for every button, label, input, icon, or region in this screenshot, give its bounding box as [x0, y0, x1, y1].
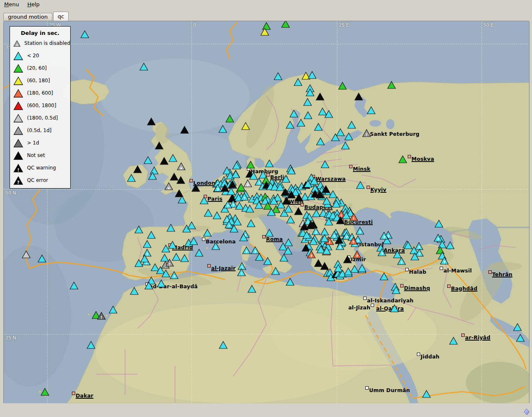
station-marker[interactable]: [247, 220, 255, 227]
station-marker[interactable]: [285, 205, 293, 212]
station-marker[interactable]: [128, 174, 135, 182]
station-marker[interactable]: [188, 222, 196, 229]
station-marker[interactable]: [131, 287, 138, 294]
station-marker[interactable]: [315, 123, 323, 130]
station-marker[interactable]: [81, 31, 89, 38]
station-marker[interactable]: [38, 255, 46, 262]
station-marker[interactable]: [313, 210, 320, 217]
station-marker[interactable]: [144, 157, 152, 164]
station-marker[interactable]: [226, 115, 234, 122]
station-marker[interactable]: [264, 258, 272, 265]
station-marker[interactable]: [316, 93, 324, 100]
station-marker[interactable]: [140, 63, 148, 70]
station-marker[interactable]: [377, 244, 385, 251]
station-marker[interactable]: [446, 242, 454, 249]
station-marker[interactable]: [315, 260, 323, 267]
station-marker[interactable]: [290, 110, 298, 117]
station-marker[interactable]: [248, 285, 256, 292]
station-marker[interactable]: [148, 118, 155, 125]
station-marker[interactable]: [391, 305, 399, 312]
station-marker[interactable]: [423, 390, 431, 397]
station-marker[interactable]: [286, 278, 294, 285]
station-marker[interactable]: [435, 220, 443, 227]
station-marker[interactable]: [204, 229, 212, 236]
tab-ground-motion[interactable]: ground motion: [3, 13, 52, 21]
station-marker[interactable]: [282, 21, 290, 27]
station-marker[interactable]: [367, 107, 375, 114]
station-marker[interactable]: [344, 256, 352, 263]
station-marker[interactable]: [319, 108, 327, 115]
station-marker[interactable]: [388, 81, 396, 88]
station-marker[interactable]: [357, 182, 365, 189]
station-marker[interactable]: [394, 251, 401, 258]
station-marker[interactable]: [286, 121, 294, 128]
station-marker[interactable]: [337, 129, 345, 136]
station-marker[interactable]: [200, 197, 208, 204]
map-canvas[interactable]: 25 W025 E50 E75 N50 N25 N LondonParisHam…: [3, 21, 530, 404]
station-marker[interactable]: [263, 22, 271, 29]
station-marker[interactable]: [155, 142, 163, 149]
station-marker[interactable]: [143, 240, 151, 248]
station-marker[interactable]: [236, 202, 244, 209]
station-marker[interactable]: [355, 93, 363, 100]
station-marker[interactable]: [274, 73, 282, 80]
station-marker[interactable]: [339, 82, 347, 89]
station-marker[interactable]: [297, 119, 305, 126]
station-marker[interactable]: [181, 255, 189, 262]
station-marker[interactable]: [380, 273, 388, 280]
station-marker[interactable]: [150, 167, 158, 174]
station-marker[interactable]: [304, 98, 312, 105]
station-marker[interactable]: [170, 173, 178, 180]
station-marker[interactable]: [148, 231, 155, 238]
station-marker[interactable]: [280, 254, 288, 261]
station-marker[interactable]: [242, 123, 250, 130]
station-marker[interactable]: [160, 157, 168, 164]
station-marker[interactable]: [22, 251, 30, 258]
station-marker[interactable]: [135, 226, 143, 233]
station-marker[interactable]: [247, 161, 255, 168]
station-marker[interactable]: [195, 249, 203, 256]
station-marker[interactable]: [172, 253, 180, 260]
station-marker[interactable]: [266, 229, 273, 236]
station-marker[interactable]: [294, 78, 302, 86]
station-marker[interactable]: [219, 341, 227, 348]
station-marker[interactable]: [342, 142, 350, 149]
station-marker[interactable]: [345, 133, 353, 140]
station-marker[interactable]: [41, 388, 49, 395]
station-marker[interactable]: [351, 265, 359, 272]
station-marker[interactable]: [285, 239, 293, 246]
station-marker[interactable]: [181, 126, 189, 133]
station-marker[interactable]: [190, 238, 198, 245]
station-marker[interactable]: [169, 241, 177, 248]
station-marker[interactable]: [321, 228, 329, 235]
station-marker[interactable]: [266, 160, 273, 167]
tab-qc[interactable]: qc: [53, 12, 69, 21]
menu-item-menu[interactable]: Menu: [0, 0, 23, 9]
station-marker[interactable]: [308, 71, 316, 78]
station-marker[interactable]: [204, 209, 212, 216]
station-marker[interactable]: [219, 125, 227, 132]
station-marker[interactable]: [287, 216, 295, 223]
station-marker[interactable]: [167, 224, 175, 231]
station-marker[interactable]: [151, 264, 159, 271]
station-marker[interactable]: [517, 334, 525, 341]
station-marker[interactable]: [358, 265, 366, 272]
station-marker[interactable]: [161, 254, 169, 261]
station-marker[interactable]: [399, 156, 407, 163]
station-marker[interactable]: [450, 337, 458, 344]
station-marker[interactable]: [109, 306, 117, 313]
station-marker[interactable]: [87, 341, 95, 348]
station-marker[interactable]: [192, 184, 200, 191]
station-marker[interactable]: [304, 112, 312, 119]
station-marker[interactable]: [158, 280, 165, 287]
station-marker[interactable]: [169, 155, 177, 162]
station-marker[interactable]: [70, 282, 78, 289]
menu-item-help[interactable]: Help: [23, 0, 44, 9]
station-marker[interactable]: [213, 212, 221, 219]
station-marker[interactable]: [317, 138, 325, 145]
station-marker[interactable]: [321, 161, 329, 168]
station-marker[interactable]: [348, 121, 356, 128]
station-marker[interactable]: [256, 253, 264, 260]
station-marker[interactable]: [282, 175, 290, 182]
station-marker[interactable]: [514, 324, 522, 331]
